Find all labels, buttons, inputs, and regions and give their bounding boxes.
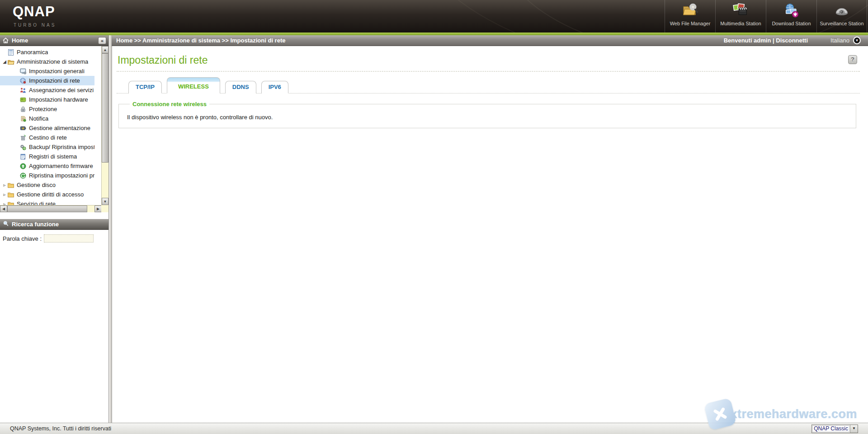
station-download-station[interactable]: Download Station <box>766 0 816 33</box>
tree-item-icon <box>7 191 14 198</box>
tree-item[interactable]: Impostazioni generali <box>0 66 94 76</box>
tree-item[interactable]: ▹ Gestione disco <box>0 180 94 190</box>
tree-item[interactable]: Panoramica <box>0 47 94 57</box>
tree-item-icon <box>19 87 27 94</box>
tree-item-icon <box>7 58 14 65</box>
welcome-user: Benvenuti admin <box>724 37 771 44</box>
tab-wireless[interactable]: WIRELESS <box>167 77 220 93</box>
station-label: Download Station <box>772 21 811 26</box>
logout-link[interactable]: Disconnetti <box>776 37 808 44</box>
tree-expander-icon[interactable]: ▹ <box>2 201 7 205</box>
tree-item[interactable]: Aggiornamento firmware <box>0 161 94 171</box>
welcome-separator: | <box>771 37 776 44</box>
tree-item-label: Assegnazione dei servizi <box>29 87 94 93</box>
page-title: Impostazioni di rete <box>118 54 868 66</box>
tree-item-icon <box>19 106 27 113</box>
tree-item-icon <box>19 163 27 170</box>
station-shortcuts: Web File Manager Multimedia Station Down… <box>665 0 867 33</box>
language-label[interactable]: Italiano <box>830 37 849 44</box>
download-station-icon <box>783 2 800 19</box>
tree-item-label: Backup/ Ripristina impostazioni <box>29 144 94 150</box>
tree-item-icon <box>7 182 14 189</box>
qnap-admin-page: QNAP TURBO NAS Web File Manager Multimed… <box>0 0 868 434</box>
tree-item[interactable]: Cestino di rete <box>0 133 94 142</box>
scroll-right-button[interactable]: ▶ <box>94 205 102 212</box>
keyword-label: Parola chiave : <box>3 235 42 242</box>
vertical-scroll-thumb[interactable] <box>102 53 108 163</box>
wireless-connection-legend: Connessione rete wireless <box>130 101 209 107</box>
scrollbar-corner <box>101 205 108 212</box>
keyword-input[interactable] <box>44 234 94 243</box>
station-surveillance-station[interactable]: Surveillance Station <box>816 0 867 33</box>
tree-item[interactable]: Assegnazione dei servizi <box>0 85 94 95</box>
tree-item-label: Aggiornamento firmware <box>29 163 93 169</box>
tab-ddns[interactable]: DDNS <box>225 81 256 93</box>
sidebar: Home « Panoramica ◢ Amministrazione di s… <box>0 35 109 423</box>
title-divider <box>117 71 860 72</box>
tree-item-label: Servizio di rete <box>17 201 56 205</box>
tree-expander-icon[interactable]: ▹ <box>2 182 7 187</box>
tree-item-icon <box>19 125 27 132</box>
tab-ipv6[interactable]: IPV6 <box>261 81 288 93</box>
xtremehardware-text: xtremehardware.com <box>730 407 857 421</box>
function-search-panel: Ricerca funzione Parola chiave : <box>0 219 108 247</box>
tree-item[interactable]: ◢ Amministrazione di sistema <box>0 57 94 66</box>
tree-item-label: Impostazioni generali <box>29 68 85 75</box>
tree-item-icon <box>7 49 14 56</box>
station-multimedia-station[interactable]: Multimedia Station <box>715 0 766 33</box>
breadcrumb[interactable]: Home >> Amministrazione di sistema >> Im… <box>112 37 724 44</box>
tree-vertical-scrollbar[interactable]: ▲ ▼ <box>101 46 108 205</box>
tree-expander-icon[interactable]: ▹ <box>2 192 7 197</box>
tab-tcp-ip[interactable]: TCP/IP <box>128 81 162 93</box>
qnap-logo-text: QNAP <box>13 4 56 20</box>
tree-item-icon <box>19 172 27 179</box>
qnap-logo: QNAP TURBO NAS <box>13 4 56 28</box>
tree-item-label: Registri di sistema <box>29 153 77 160</box>
scroll-down-button[interactable]: ▼ <box>102 198 108 205</box>
horizontal-scroll-thumb[interactable] <box>7 205 87 212</box>
tree-item[interactable]: Impostazioni di rete <box>0 76 94 85</box>
tree-item[interactable]: Registri di sistema <box>0 152 94 161</box>
tree-item[interactable]: Ripristina impostazioni predefinite <box>0 171 94 180</box>
tree-item[interactable]: Backup/ Ripristina impostazioni <box>0 142 94 152</box>
tree-item[interactable]: Gestione alimentazione <box>0 123 94 133</box>
tree-item-icon <box>7 201 14 205</box>
tree-item-label: Panoramica <box>17 49 48 56</box>
tree-expander-icon[interactable]: ◢ <box>2 59 7 64</box>
tree-item-icon <box>19 77 27 84</box>
main-content: ? Impostazioni di rete TCP/IPWIRELESSDDN… <box>112 46 868 423</box>
search-icon <box>3 220 9 229</box>
tree-horizontal-scrollbar[interactable]: ◀ ▶ <box>0 205 102 212</box>
tree-item-label: Gestione diritti di accesso <box>17 191 84 198</box>
welcome-text: Benvenuti admin | Disconnetti <box>724 37 808 44</box>
scroll-up-button[interactable]: ▲ <box>102 46 108 53</box>
function-search-header: Ricerca funzione <box>0 219 108 230</box>
station-label: Multimedia Station <box>720 21 761 26</box>
tree-item[interactable]: ▹ Servizio di rete <box>0 199 94 205</box>
tree-item-icon <box>19 115 27 122</box>
settings-tabs: TCP/IPWIRELESSDDNSIPV6 <box>117 77 860 93</box>
tree-item-icon <box>19 134 27 141</box>
session-area: Benvenuti admin | Disconnetti Italiano ▾ <box>724 37 861 44</box>
wireless-status-message: Il dispositivo wireless non è pronto, co… <box>127 114 851 121</box>
home-icon <box>2 37 9 44</box>
station-label: Web File Manager <box>670 21 711 26</box>
scroll-left-button[interactable]: ◀ <box>0 205 7 212</box>
station-web-file-manager[interactable]: Web File Manager <box>665 0 715 33</box>
tree-item-label: Gestione alimentazione <box>29 125 90 131</box>
xtremehardware-logo-icon <box>704 398 737 431</box>
tree-item[interactable]: Protezione <box>0 104 94 114</box>
tree-item[interactable]: Impostazioni hardware <box>0 95 94 104</box>
sidebar-collapse-button[interactable]: « <box>98 37 106 44</box>
surveillance-station-icon <box>833 2 850 19</box>
navigation-tree-panel: Panoramica ◢ Amministrazione di sistema … <box>0 46 108 212</box>
tree-item-label: Ripristina impostazioni predefinite <box>29 172 94 179</box>
language-dropdown-icon[interactable]: ▾ <box>853 37 861 44</box>
tree-item-icon <box>19 96 27 103</box>
help-button[interactable]: ? <box>848 55 857 64</box>
tree-item[interactable]: ▹ Gestione diritti di accesso <box>0 190 94 199</box>
wireless-connection-fieldset: Connessione rete wireless Il dispositivo… <box>118 101 856 128</box>
tree-item-label: Cestino di rete <box>29 134 67 141</box>
navigation-tree: Panoramica ◢ Amministrazione di sistema … <box>0 46 94 205</box>
tree-item[interactable]: Notifica <box>0 114 94 123</box>
